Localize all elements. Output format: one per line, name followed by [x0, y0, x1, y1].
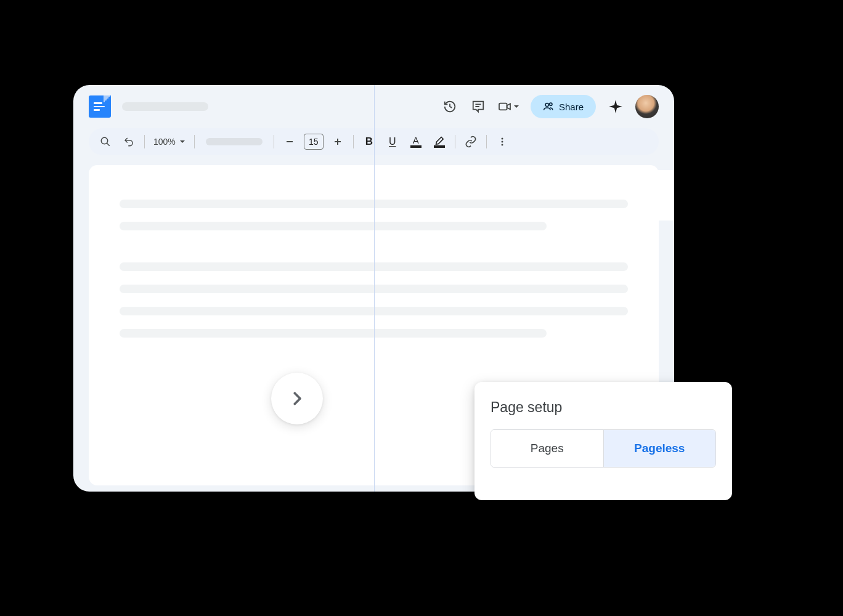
- pages-option[interactable]: Pages: [491, 430, 604, 467]
- svg-point-13: [501, 144, 503, 146]
- underline-button[interactable]: U: [383, 132, 402, 151]
- font-size-input[interactable]: 15: [304, 134, 324, 150]
- toolbar-separator: [353, 135, 354, 148]
- document-title-placeholder[interactable]: [122, 102, 208, 111]
- search-icon[interactable]: [96, 132, 115, 151]
- comment-icon[interactable]: [470, 98, 487, 115]
- expand-arrow-button[interactable]: [271, 373, 323, 424]
- page-split-divider: [374, 85, 375, 492]
- gemini-sparkle-icon[interactable]: [607, 98, 624, 115]
- page-mode-toggle: Pages Pageless: [491, 429, 716, 468]
- toolbar-separator: [144, 135, 145, 148]
- page-setup-popup: Page setup Pages Pageless: [474, 382, 732, 500]
- video-call-button[interactable]: [498, 101, 519, 112]
- content-line-placeholder: [120, 329, 547, 338]
- people-icon: [543, 101, 554, 112]
- insert-link-button[interactable]: [462, 132, 480, 151]
- header-right: Share: [441, 95, 659, 118]
- increase-font-size-button[interactable]: [328, 132, 347, 151]
- chevron-down-icon: [179, 139, 185, 145]
- text-color-button[interactable]: A: [407, 132, 425, 151]
- toolbar-separator: [455, 135, 455, 148]
- popup-title: Page setup: [491, 399, 716, 416]
- chevron-right-icon: [288, 389, 306, 408]
- decrease-font-size-button[interactable]: [280, 132, 299, 151]
- toolbar-separator: [486, 135, 487, 148]
- docs-logo-icon[interactable]: [89, 95, 111, 118]
- svg-point-4: [545, 103, 548, 106]
- svg-rect-2: [499, 103, 507, 110]
- header-left: [89, 95, 208, 118]
- svg-marker-3: [507, 104, 510, 110]
- bold-button[interactable]: B: [360, 132, 378, 151]
- svg-point-12: [501, 141, 503, 143]
- profile-avatar[interactable]: [635, 95, 659, 118]
- svg-point-6: [101, 137, 108, 144]
- content-line-placeholder: [120, 222, 547, 230]
- highlight-color-button[interactable]: [430, 132, 449, 151]
- share-button[interactable]: Share: [531, 95, 596, 118]
- undo-icon[interactable]: [120, 132, 138, 151]
- svg-point-11: [501, 138, 503, 140]
- svg-point-5: [549, 103, 552, 106]
- zoom-value: 100%: [153, 137, 176, 147]
- zoom-dropdown[interactable]: 100%: [151, 137, 188, 147]
- toolbar-separator: [274, 135, 274, 148]
- svg-line-7: [107, 143, 110, 146]
- share-label: Share: [559, 102, 584, 112]
- toolbar-separator: [194, 135, 195, 148]
- font-selector-placeholder[interactable]: [206, 138, 263, 145]
- more-options-button[interactable]: [493, 132, 511, 151]
- history-icon[interactable]: [441, 98, 458, 115]
- chevron-down-icon: [513, 103, 519, 110]
- pageless-option[interactable]: Pageless: [604, 430, 716, 467]
